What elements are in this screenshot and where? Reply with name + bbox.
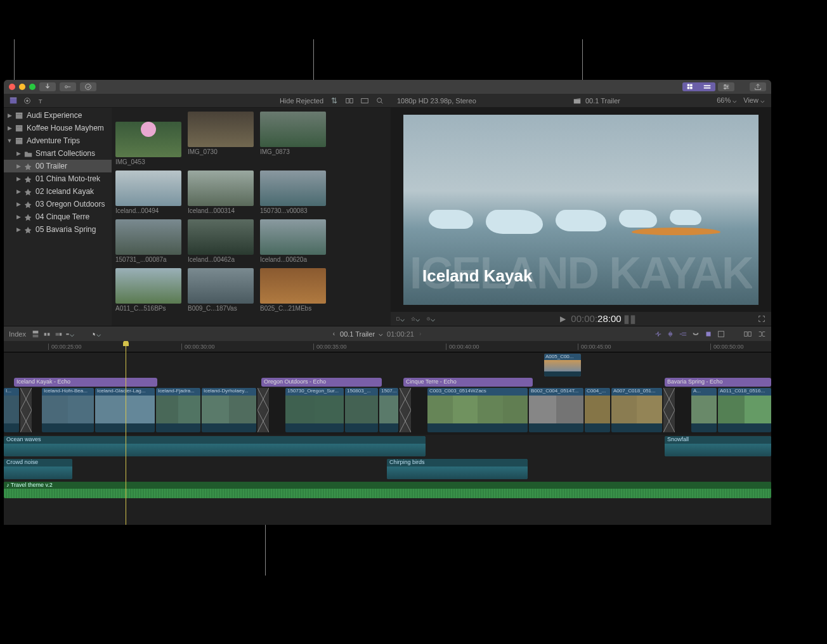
browser-clip[interactable]: A011_C...516BPs <box>115 268 181 312</box>
title-clip[interactable]: Iceland Kayak - Echo <box>14 378 157 387</box>
sidebar-item-adventure-trips[interactable]: ▼Adventure Trips <box>4 134 112 147</box>
viewer-canvas[interactable]: ICELAND KAYAK Iceland Kayak <box>391 108 771 312</box>
connect-clip-icon[interactable] <box>31 330 40 338</box>
sidebar-item-05-bavaria-spring[interactable]: ▶05 Bavaria Spring <box>4 223 112 236</box>
transition[interactable] <box>20 388 32 432</box>
sidebar-item-audi-experience[interactable]: ▶Audi Experience <box>4 109 112 122</box>
index-button[interactable]: Index <box>9 330 26 338</box>
audio-skimming-icon[interactable] <box>666 330 675 338</box>
save-icon[interactable] <box>717 330 726 338</box>
browser-clip[interactable]: Iceland...00620a <box>260 219 326 263</box>
transform-icon[interactable]: ⌵ <box>396 314 405 323</box>
transition[interactable] <box>257 388 269 432</box>
audio-clip[interactable]: Chirping birds <box>387 459 528 479</box>
select-tool-icon[interactable]: ⌵ <box>92 330 101 338</box>
overwrite-clip-icon[interactable]: ⌵ <box>65 330 74 338</box>
close-icon[interactable] <box>9 84 15 90</box>
browser-clip[interactable]: Iceland...00494 <box>115 171 181 214</box>
sidebar-item-01-china-moto-trek[interactable]: ▶01 China Moto-trek <box>4 172 112 185</box>
append-clip-icon[interactable] <box>54 330 63 338</box>
transition[interactable] <box>400 388 411 432</box>
sidebar-item-02-iceland-kayak[interactable]: ▶02 Iceland Kayak <box>4 185 112 198</box>
browser-clip[interactable]: Iceland...00462a <box>188 219 254 263</box>
browser-clip[interactable]: IMG_0730 <box>188 112 254 165</box>
music-clip[interactable]: ♪ Travel theme v.2 <box>4 482 771 498</box>
video-clip[interactable]: A011_C018_0516... <box>718 388 771 432</box>
play-icon[interactable]: ▶ <box>558 314 567 323</box>
library-sidebar[interactable]: ▶Audi Experience▶Koffee House Mayhem▼Adv… <box>4 108 112 326</box>
timeline[interactable]: 00:00:25:0000:00:30:0000:00:35:0000:00:4… <box>4 341 771 525</box>
show-inspector-button[interactable] <box>718 82 734 91</box>
browser-clip[interactable]: B009_C...187Vas <box>188 268 254 312</box>
fullscreen-icon[interactable] <box>757 314 766 323</box>
timeline-ruler[interactable]: 00:00:25:0000:00:30:0000:00:35:0000:00:4… <box>4 341 771 352</box>
video-clip[interactable]: C004_... <box>585 388 610 432</box>
clip-browser[interactable]: IMG_0453IMG_0730IMG_0873Iceland...00494I… <box>112 108 391 326</box>
sidebar-item-koffee-house-mayhem[interactable]: ▶Koffee House Mayhem <box>4 122 112 134</box>
video-clip[interactable]: Iceland-Dyrholaey... <box>202 388 256 432</box>
skimming-icon[interactable] <box>653 330 662 338</box>
timeline-project-name[interactable]: 00.1 Trailer <box>340 330 375 338</box>
effects-browser-icon[interactable] <box>743 330 752 338</box>
libraries-icon[interactable] <box>9 96 18 105</box>
browser-clip[interactable]: 150731_...00087a <box>115 219 181 263</box>
snapping-icon[interactable] <box>691 330 700 338</box>
browser-clip[interactable]: 150730...v00083 <box>260 171 326 214</box>
show-timeline-button[interactable] <box>699 82 715 91</box>
share-button[interactable] <box>750 82 766 91</box>
video-clip[interactable]: C003_C003_0514WZacs <box>427 388 528 432</box>
solo-icon[interactable] <box>679 330 687 338</box>
photos-icon[interactable] <box>23 96 32 105</box>
zoom-level[interactable]: 66% ⌵ <box>717 96 737 105</box>
timeline-fwd-icon[interactable]: › <box>419 330 421 337</box>
browser-clip[interactable]: IMG_0453 <box>115 112 181 165</box>
sidebar-item-smart-collections[interactable]: ▶Smart Collections <box>4 147 112 160</box>
background-tasks-button[interactable] <box>80 82 96 91</box>
browser-clip[interactable]: B025_C...21MEbs <box>260 268 326 312</box>
video-clip[interactable]: B002_C004_0514T... <box>529 388 583 432</box>
audio-clip[interactable]: Crowd noise <box>4 459 72 479</box>
timeline-back-icon[interactable]: ‹ <box>333 330 335 337</box>
updown-icon[interactable]: ⇅ <box>330 96 339 105</box>
search-icon[interactable] <box>375 96 384 105</box>
tool-icon[interactable] <box>704 330 713 338</box>
browser-clip[interactable]: IMG_0873 <box>260 112 326 165</box>
minimize-icon[interactable] <box>19 84 25 90</box>
title-clip[interactable]: Oregon Outdoors - Echo <box>261 378 382 387</box>
video-clip[interactable]: A... <box>691 388 717 432</box>
video-clip[interactable]: 150803_... <box>345 388 378 432</box>
view-menu[interactable]: View ⌵ <box>743 96 765 105</box>
video-clip[interactable]: 150730_Oregon_Sur... <box>285 388 344 432</box>
import-button[interactable] <box>39 82 56 91</box>
filmstrip-icon[interactable] <box>360 96 369 105</box>
keyword-button[interactable] <box>60 82 76 91</box>
video-clip[interactable]: Iceland-Fjadra... <box>156 388 200 432</box>
retime-icon[interactable]: ⌵ <box>426 314 435 323</box>
enhance-icon[interactable]: ⌵ <box>411 314 420 323</box>
show-browser-button[interactable] <box>682 82 699 91</box>
video-clip[interactable]: Iceland-Glacier-Lag... <box>95 388 155 432</box>
sidebar-item-03-oregon-outdoors[interactable]: ▶03 Oregon Outdoors <box>4 198 112 210</box>
video-clip[interactable]: I... <box>4 388 19 432</box>
audio-clip[interactable]: Snowfall <box>665 436 771 456</box>
video-clip[interactable]: A007_C018_051... <box>611 388 662 432</box>
title-clip[interactable]: Cinque Terre - Echo <box>403 378 533 387</box>
zoom-icon[interactable] <box>29 84 36 90</box>
sidebar-item-00-trailer[interactable]: ▶00 Trailer <box>4 160 112 172</box>
playhead[interactable] <box>126 341 126 525</box>
audio-clip[interactable]: Ocean waves <box>4 436 426 456</box>
insert-clip-icon[interactable] <box>42 330 51 338</box>
title-clip[interactable]: Bavaria Spring - Echo <box>665 378 771 387</box>
titles-generators-icon[interactable]: T <box>37 96 46 105</box>
video-clip[interactable]: Iceland-Hofn-Bea... <box>42 388 94 432</box>
transition[interactable] <box>663 388 675 432</box>
clip-appearance-icon[interactable] <box>345 96 354 105</box>
browser-clip[interactable]: Iceland...000314 <box>188 171 254 214</box>
transitions-browser-icon[interactable] <box>757 330 766 338</box>
sidebar-item-04-cinque-terre[interactable]: ▶04 Cinque Terre <box>4 210 112 223</box>
filter-popup[interactable]: Hide Rejected <box>280 97 323 105</box>
video-clip[interactable]: 1507... <box>379 388 398 432</box>
audio-meter-icon[interactable]: ▮▮ <box>625 314 634 323</box>
connected-clip[interactable]: A005_C00... <box>544 354 581 377</box>
timeline-master-tc: 01:00:21 <box>387 330 414 338</box>
